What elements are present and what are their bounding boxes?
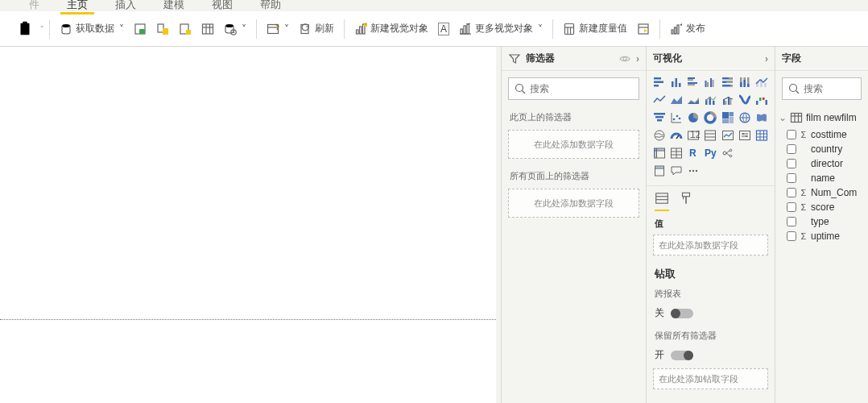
svg-rect-137 (792, 114, 802, 123)
donut-icon[interactable] (703, 110, 718, 126)
collapse-viz-icon[interactable]: › (765, 53, 768, 64)
slicer-icon[interactable] (737, 127, 752, 143)
svg-rect-36 (654, 81, 663, 84)
cross-report-toggle[interactable] (671, 309, 693, 318)
qa-icon[interactable] (668, 163, 684, 179)
pbi-datasets-icon[interactable] (151, 11, 174, 46)
field-item[interactable]: Σcosttime (775, 127, 868, 142)
line-stacked-column-icon[interactable] (703, 92, 718, 108)
map-icon[interactable] (737, 110, 752, 126)
filled-map-icon[interactable] (754, 110, 770, 126)
refresh-label: 刷新 (315, 22, 334, 35)
svg-rect-71 (756, 101, 758, 105)
line-icon[interactable] (651, 92, 667, 108)
svg-point-127 (689, 170, 691, 172)
paginated-visual-icon[interactable] (651, 163, 667, 179)
hundred-stacked-column-icon[interactable] (737, 74, 752, 90)
fields-well-tab[interactable] (655, 191, 669, 211)
page-filters-dropzone[interactable]: 在此处添加数据字段 (508, 130, 639, 159)
publish-button[interactable]: 发布 (665, 11, 710, 46)
waterfall-icon[interactable] (754, 92, 770, 108)
field-item[interactable]: name (775, 171, 868, 185)
field-item[interactable]: Σscore (775, 200, 868, 214)
clustered-column-icon[interactable] (703, 74, 718, 90)
stacked-area-icon[interactable] (686, 92, 701, 108)
field-item[interactable]: type (775, 214, 868, 229)
refresh-button[interactable]: 刷新 (294, 11, 339, 46)
field-item[interactable]: country (775, 142, 868, 156)
values-dropzone[interactable]: 在此处添加数据字段 (653, 235, 768, 256)
svg-point-33 (516, 85, 523, 92)
svg-rect-4 (139, 29, 145, 34)
pie-icon[interactable] (686, 110, 701, 126)
treemap-icon[interactable] (720, 110, 735, 126)
publish-label: 发布 (686, 22, 705, 35)
svg-rect-0 (21, 23, 30, 35)
decomposition-tree-icon[interactable] (737, 145, 752, 161)
svg-rect-18 (360, 27, 362, 34)
format-tab[interactable] (679, 191, 693, 211)
drill-section-title: 钻取 (647, 262, 775, 283)
hundred-stacked-bar-icon[interactable] (720, 74, 735, 90)
get-data-label: 获取数据 (76, 22, 114, 35)
sql-server-icon[interactable] (174, 11, 196, 46)
svg-rect-133 (683, 193, 690, 197)
area-icon[interactable] (668, 92, 684, 108)
stacked-column-icon[interactable] (668, 74, 684, 90)
r-visual-icon[interactable]: R (686, 145, 701, 161)
svg-rect-40 (679, 83, 681, 87)
svg-rect-37 (654, 85, 659, 87)
collapse-filters-icon[interactable]: › (636, 53, 639, 64)
fields-table-node[interactable]: ⌄ film newfilm (775, 106, 868, 127)
svg-rect-43 (688, 82, 697, 84)
get-data-button[interactable]: 获取数据 ˅ (55, 11, 129, 46)
report-canvas[interactable] (0, 47, 496, 403)
card-icon[interactable]: 123 (686, 127, 701, 143)
key-influencers-icon[interactable] (720, 145, 735, 161)
filters-search-input[interactable] (508, 77, 639, 100)
svg-point-12 (225, 24, 234, 27)
new-measure-button[interactable]: 新建度量值 (558, 11, 632, 46)
drill-fields-dropzone[interactable]: 在此处添加钻取字段 (653, 368, 768, 389)
table-icon[interactable] (754, 127, 770, 143)
excel-source-icon[interactable] (129, 11, 151, 46)
svg-point-102 (746, 135, 747, 137)
field-item[interactable]: ΣNum_Com (775, 185, 868, 200)
svg-point-90 (655, 131, 664, 140)
funnel-chart-icon[interactable] (651, 110, 667, 126)
all-pages-filters-dropzone[interactable]: 在此处添加数据字段 (508, 189, 639, 218)
quick-measure-icon[interactable] (632, 11, 655, 46)
svg-rect-58 (744, 80, 746, 87)
scatter-icon[interactable] (668, 110, 684, 126)
visibility-icon[interactable] (618, 52, 631, 65)
more-dots-icon[interactable] (686, 163, 701, 179)
svg-rect-6 (163, 28, 168, 35)
more-visuals-button[interactable]: 更多视觉对象 ˅ (454, 11, 548, 46)
gauge-icon[interactable] (668, 127, 684, 143)
multi-row-card-icon[interactable] (703, 127, 718, 143)
svg-rect-31 (677, 25, 679, 34)
line-chart-icon[interactable] (754, 74, 770, 90)
kpi-icon[interactable] (720, 127, 735, 143)
matrix-icon[interactable] (651, 145, 667, 161)
transform-data-icon[interactable]: ˅ (262, 11, 294, 46)
clipboard-paste-icon[interactable] (11, 11, 39, 46)
qa-visual-icon[interactable] (754, 145, 770, 161)
ribbon-chart-icon[interactable] (737, 92, 752, 108)
field-item[interactable]: Σuptime (775, 229, 868, 243)
table-visual-icon[interactable] (668, 145, 684, 161)
py-visual-icon[interactable]: Py (703, 145, 718, 161)
paste-dropdown-icon[interactable]: ˅ (40, 25, 44, 33)
svg-rect-77 (657, 119, 662, 122)
shape-map-icon[interactable] (651, 127, 667, 143)
clustered-bar-icon[interactable] (686, 74, 701, 90)
line-clustered-column-icon[interactable] (720, 92, 735, 108)
enter-data-icon[interactable] (196, 11, 219, 46)
text-box-button[interactable]: A (433, 11, 454, 46)
fields-search-input[interactable] (782, 77, 862, 100)
recent-sources-icon[interactable]: ˅ (219, 11, 251, 46)
stacked-bar-icon[interactable] (651, 74, 667, 90)
field-item[interactable]: director (775, 156, 868, 171)
new-visual-button[interactable]: 新建视觉对象 (349, 11, 433, 46)
keep-all-filters-toggle[interactable] (671, 351, 693, 360)
